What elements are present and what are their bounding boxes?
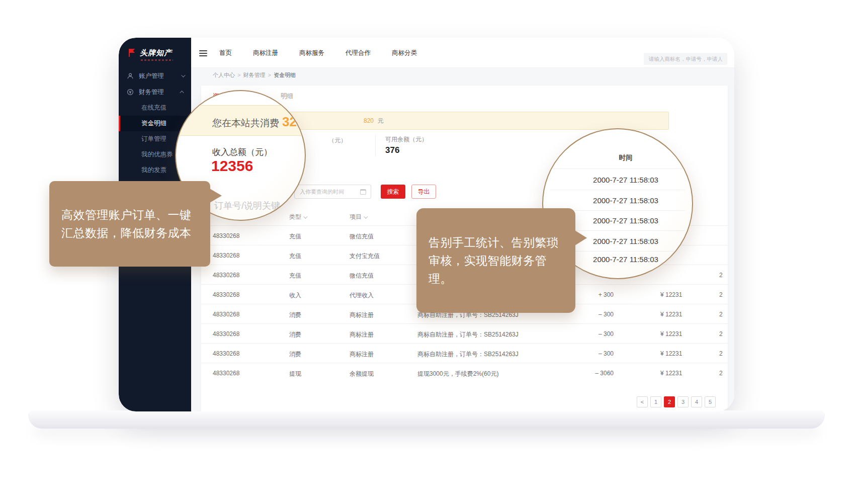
banner-number: 820 (364, 117, 374, 124)
brand-flag-icon (127, 48, 137, 58)
cell-balance: ¥ 12231 (660, 311, 682, 318)
cell-project: 商标注册 (350, 311, 374, 319)
sort-chevron-icon (303, 214, 307, 218)
breadcrumb-current: 资金明细 (274, 72, 296, 78)
header-project[interactable]: 项目 (350, 213, 367, 221)
cell-amount: – 300 (573, 350, 614, 357)
cell-order: 48330268 (213, 232, 239, 239)
cell-balance: ¥ 12231 (660, 350, 682, 357)
pagination-page-5[interactable]: 5 (705, 396, 716, 407)
cell-project: 余额提现 (350, 370, 374, 378)
table-row: 48330268消费商标注册商标自助注册，订单号：SB2514263J– 300… (201, 323, 728, 343)
sidebar-item-account[interactable]: 账户管理 (119, 68, 191, 84)
calendar-icon[interactable] (360, 189, 366, 195)
user-icon (127, 72, 134, 79)
lens-separator (550, 190, 685, 190)
finance-icon (127, 89, 134, 96)
cell-balance: ¥ 12231 (660, 330, 682, 338)
breadcrumb: 个人中心>财务管理>资金明细 (191, 68, 734, 82)
callout-left: 高效管理账户订单、一键 汇总数据，降低财务成本 (49, 181, 210, 267)
cell-order: 48330268 (213, 272, 239, 279)
nav-item-trademark-category[interactable]: 商标分类 (392, 49, 417, 57)
cell-time: 2 (719, 272, 723, 279)
breadcrumb-separator: > (237, 72, 240, 78)
lens-time-row: 2000-7-27 11:58:03 (543, 196, 692, 205)
sidebar-subitem-recharge[interactable]: 在线充值 (119, 100, 191, 116)
nav-item-trademark-register[interactable]: 商标注册 (253, 49, 278, 57)
cell-time: 2 (719, 350, 723, 357)
chevron-down-icon (181, 73, 185, 77)
pagination-page-2-active[interactable]: 2 (664, 396, 675, 407)
cell-project: 商标注册 (350, 330, 374, 339)
pagination-page-1[interactable]: 1 (650, 396, 661, 407)
table-row: 48330268消费商标注册商标自助注册，订单号：SB2514263J– 300… (201, 343, 728, 363)
cell-amount: – 300 (573, 330, 614, 338)
lens-time-row: 2000-7-27 11:58:03 (543, 176, 692, 184)
cell-project: 微信充值 (350, 232, 374, 241)
sidebar-item-label: 财务管理 (139, 88, 181, 97)
callout-tail-icon (575, 230, 587, 245)
lens-income-value: 12356 (211, 157, 253, 175)
breadcrumb-personal-center[interactable]: 个人中心 (213, 72, 235, 78)
table-row: 48330268提现余额提现提现3000元，手续费2%(60元)– 3060¥ … (201, 363, 728, 382)
cell-amount: + 300 (573, 291, 614, 298)
lens-time-header: 时间 (543, 153, 692, 162)
hamburger-menu-icon[interactable] (199, 50, 207, 58)
cell-type: 收入 (289, 291, 301, 300)
cell-order: 48330268 (213, 370, 239, 377)
callout-left-text: 高效管理账户订单、一键 汇总数据，降低财务成本 (61, 208, 192, 239)
laptop-base (28, 410, 825, 429)
cell-time: 2 (719, 370, 723, 377)
pagination: < 1 2 3 4 5 (637, 396, 716, 407)
banner-unit: 元 (377, 117, 383, 124)
cell-type: 消费 (289, 350, 301, 359)
cell-time: 2 (719, 311, 723, 318)
cell-time: 2 (719, 291, 723, 298)
cell-balance: ¥ 12231 (660, 291, 682, 298)
sort-chevron-icon (364, 214, 368, 218)
export-button[interactable]: 导出 (411, 185, 436, 199)
cell-order: 48330268 (213, 252, 239, 259)
cell-type: 消费 (289, 330, 301, 339)
logo: 头牌知产 (119, 38, 191, 58)
callout-right: 告别手工统计、告别繁琐 审核，实现智能财务管 理。 (416, 208, 575, 313)
pagination-page-3[interactable]: 3 (677, 396, 689, 407)
time-query-field[interactable] (294, 185, 371, 199)
top-navigation: 首页 商标注册 商标服务 代理合作 商标分类 (219, 38, 438, 68)
lens-ghost-column-header: 订单号/说明关键 (214, 200, 280, 212)
cell-order: 48330268 (213, 350, 239, 357)
cell-type: 充值 (289, 232, 301, 241)
cell-order: 48330268 (213, 291, 239, 298)
tab-secondary-fragment[interactable]: 明细 (281, 92, 293, 101)
topbar: 首页 商标注册 商标服务 代理合作 商标分类 (191, 38, 734, 68)
cell-desc: 商标自助注册，订单号：SB2514263J (417, 350, 519, 359)
search-button[interactable]: 搜索 (381, 185, 405, 199)
trademark-search-input[interactable] (644, 53, 727, 65)
cell-type: 消费 (289, 311, 301, 319)
brand-tagline-decoration (141, 59, 173, 61)
pagination-page-4[interactable]: 4 (691, 396, 702, 407)
sidebar-item-label: 账户管理 (139, 72, 181, 80)
pagination-prev-button[interactable]: < (637, 396, 648, 407)
nav-item-agent-cooperation[interactable]: 代理合作 (346, 49, 371, 57)
header-type[interactable]: 类型 (289, 213, 306, 221)
callout-right-text: 告别手工统计、告别繁琐 审核，实现智能财务管 理。 (429, 236, 559, 285)
breadcrumb-finance[interactable]: 财务管理 (243, 72, 265, 78)
nav-item-trademark-service[interactable]: 商标服务 (299, 49, 324, 57)
nav-item-home[interactable]: 首页 (219, 49, 232, 57)
balance-label: 可用余额（元） (385, 135, 428, 144)
cell-project: 支付宝充值 (350, 252, 380, 261)
expense-unit-fragment: （元） (328, 136, 347, 145)
marketing-screenshot-page: 头牌知产 账户管理 财务管理 在线充值 (0, 0, 853, 504)
time-query-input[interactable] (295, 185, 354, 198)
cell-type: 充值 (289, 272, 301, 280)
cell-type: 提现 (289, 370, 301, 378)
breadcrumb-separator: > (268, 72, 271, 78)
cell-amount: – 3060 (573, 370, 614, 377)
cell-type: 充值 (289, 252, 301, 261)
cell-project: 代理收入 (350, 291, 374, 300)
sidebar-item-finance[interactable]: 财务管理 (119, 84, 191, 100)
cell-order: 48330268 (213, 311, 239, 318)
cell-desc: 提现3000元，手续费2%(60元) (417, 370, 498, 378)
lens-banner-text: 您在本站共消费32124元 (212, 114, 306, 130)
